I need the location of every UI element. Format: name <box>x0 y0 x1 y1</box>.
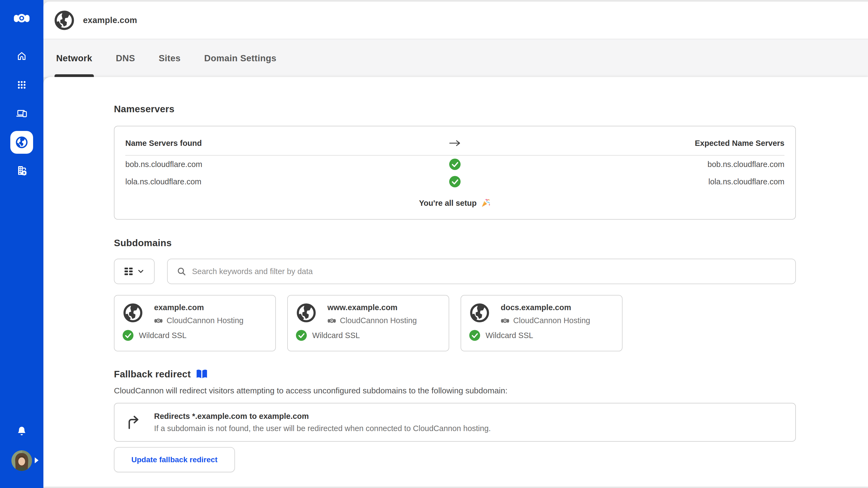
check-circle-icon <box>449 176 461 187</box>
card-hosting-label: CloudCannon Hosting <box>166 316 244 325</box>
check-circle-icon <box>296 330 307 341</box>
check-circle-icon <box>123 330 133 341</box>
user-avatar[interactable] <box>11 450 32 472</box>
card-domain: example.com <box>154 302 244 312</box>
card-hosting-label: CloudCannon Hosting <box>340 316 417 325</box>
nameservers-table: Name Servers found Expected Name Servers… <box>114 126 796 220</box>
subdomains-heading: Subdomains <box>114 237 796 249</box>
arrow-right-icon <box>449 140 461 147</box>
view-mode-dropdown[interactable] <box>114 259 155 284</box>
subdomains-toolbar <box>114 259 796 284</box>
notifications-button[interactable] <box>15 425 28 438</box>
page-title: example.com <box>83 15 137 25</box>
sidebar-bottom <box>11 425 32 488</box>
nameserver-row: bob.ns.cloudflare.com bob.ns.cloudflare.… <box>125 156 784 173</box>
globe-icon <box>296 302 316 323</box>
fallback-description: CloudCannon will redirect visitors attem… <box>114 386 796 395</box>
sidebar-item-sites[interactable] <box>10 102 33 125</box>
sidebar-nav <box>10 45 33 188</box>
nameservers-table-header: Name Servers found Expected Name Servers <box>125 137 784 150</box>
content-panel: Nameservers Name Servers found Expected … <box>43 77 868 487</box>
check-circle-icon <box>449 159 461 170</box>
subdomain-cards: example.com CloudCannon Hosting <box>114 295 796 351</box>
app-root: example.com Network DNS Sites Domain Set… <box>0 0 868 488</box>
domain-header: example.com <box>43 2 868 39</box>
sidebar <box>0 0 43 488</box>
open-book-icon[interactable] <box>195 369 208 380</box>
cloudcannon-mark-icon <box>154 318 163 324</box>
card-ssl-label: Wildcard SSL <box>139 331 187 340</box>
tab-dns[interactable]: DNS <box>116 39 135 77</box>
subdomain-card[interactable]: example.com CloudCannon Hosting <box>114 295 276 351</box>
cloudcannon-mark-icon <box>328 318 336 324</box>
redirect-rule-note: If a subdomain is not found, the user wi… <box>154 424 491 433</box>
card-ssl-label: Wildcard SSL <box>486 331 533 340</box>
card-view-icon <box>124 267 133 275</box>
redirect-rule-title: Redirects *.example.com to example.com <box>154 412 491 421</box>
tab-network[interactable]: Network <box>56 39 92 77</box>
chevron-down-icon <box>137 268 144 275</box>
cloudcannon-logo-icon <box>13 12 30 24</box>
tab-network-label: Network <box>56 53 92 63</box>
card-ssl-label: Wildcard SSL <box>312 331 360 340</box>
expected-nameserver: bob.ns.cloudflare.com <box>707 160 784 169</box>
card-hosting-label: CloudCannon Hosting <box>513 316 590 325</box>
expected-nameserver: lola.ns.cloudflare.com <box>709 177 784 186</box>
cloudcannon-logo[interactable] <box>13 12 30 25</box>
tab-bar: Network DNS Sites Domain Settings <box>43 39 868 77</box>
search-input[interactable] <box>192 267 786 276</box>
main-column: example.com Network DNS Sites Domain Set… <box>43 0 868 488</box>
sidebar-item-apps[interactable] <box>10 73 33 96</box>
apps-grid-icon <box>16 78 28 91</box>
organization-settings-icon <box>15 165 28 177</box>
expected-column-header: Expected Name Servers <box>695 139 784 148</box>
expand-arrow-icon <box>35 457 38 463</box>
globe-icon <box>469 302 490 323</box>
fallback-redirect-summary: Redirects *.example.com to example.com I… <box>114 403 796 442</box>
search-icon <box>177 267 186 276</box>
home-icon <box>16 50 28 62</box>
card-domain: www.example.com <box>328 302 417 312</box>
active-tab-underline <box>55 74 94 77</box>
nameserver-row: lola.ns.cloudflare.com lola.ns.cloudflar… <box>125 173 784 190</box>
subdomain-card[interactable]: docs.example.com CloudCannon Hosting <box>461 295 622 351</box>
search-container <box>167 259 796 284</box>
fallback-redirect-heading: Fallback redirect <box>114 368 191 380</box>
tab-domain-settings-label: Domain Settings <box>204 53 276 63</box>
tab-sites[interactable]: Sites <box>159 39 181 77</box>
sidebar-item-home[interactable] <box>10 45 33 67</box>
check-circle-icon <box>469 330 480 341</box>
tab-domain-settings[interactable]: Domain Settings <box>204 39 276 77</box>
tab-sites-label: Sites <box>159 53 181 63</box>
found-nameserver: lola.ns.cloudflare.com <box>125 177 439 186</box>
tab-dns-label: DNS <box>116 53 135 63</box>
turn-right-arrow-icon <box>125 415 141 430</box>
cloudcannon-mark-icon <box>501 318 509 324</box>
subdomain-card[interactable]: www.example.com CloudCannon Hosting <box>287 295 449 351</box>
party-popper-icon <box>480 198 491 208</box>
globe-icon <box>15 136 28 149</box>
globe-icon <box>54 10 75 31</box>
globe-icon <box>123 302 143 323</box>
bell-icon <box>15 425 28 437</box>
found-column-header: Name Servers found <box>125 139 439 148</box>
sidebar-item-organization[interactable] <box>10 160 33 183</box>
devices-icon <box>16 107 28 120</box>
update-fallback-redirect-button[interactable]: Update fallback redirect <box>114 447 235 472</box>
sidebar-item-domains[interactable] <box>10 131 33 154</box>
setup-status: You're all setup <box>125 198 784 208</box>
found-nameserver: bob.ns.cloudflare.com <box>125 160 439 169</box>
nameservers-heading: Nameservers <box>114 103 796 115</box>
avatar-image <box>11 450 32 471</box>
card-domain: docs.example.com <box>501 302 590 312</box>
setup-status-text: You're all setup <box>419 199 477 208</box>
